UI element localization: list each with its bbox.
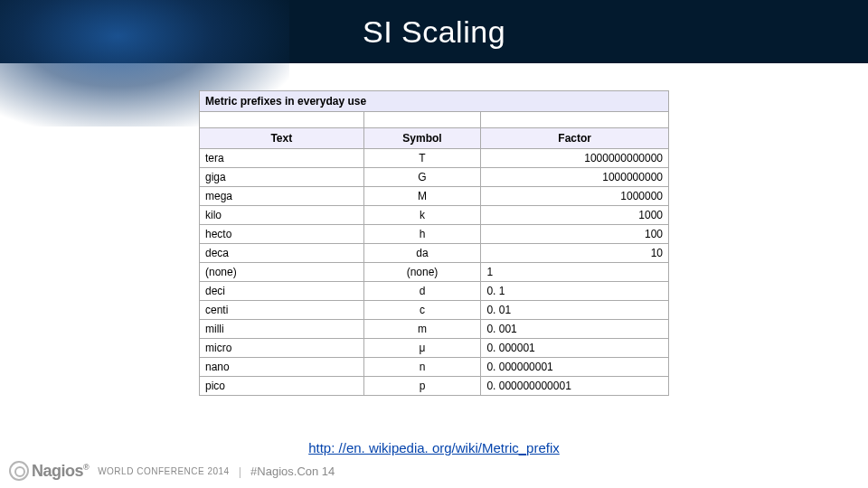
cell-factor: 1000 — [481, 206, 669, 225]
table-caption-row: Metric prefixes in everyday use — [200, 91, 669, 112]
cell-symbol: h — [363, 225, 481, 244]
cell-symbol: m — [363, 320, 481, 339]
cell-factor: 0. 1 — [481, 282, 669, 301]
cell-factor: 0. 000000000001 — [481, 377, 669, 396]
cell-factor: 1000000000 — [481, 168, 669, 187]
cell-text: milli — [200, 320, 364, 339]
table-row: millim0. 001 — [200, 320, 669, 339]
cell-text: deca — [200, 244, 364, 263]
table-row: centic0. 01 — [200, 301, 669, 320]
cell-symbol: k — [363, 206, 481, 225]
brand-name: Nagios — [32, 462, 83, 480]
table-row: decada10 — [200, 244, 669, 263]
cell-text: hecto — [200, 225, 364, 244]
gear-icon — [9, 461, 29, 481]
cell-symbol: c — [363, 301, 481, 320]
si-table-container: Metric prefixes in everyday use Text Sym… — [199, 90, 669, 396]
cell-factor: 1000000000000 — [481, 149, 669, 168]
cell-factor: 1 — [481, 263, 669, 282]
source-link-line: http: //en. wikipedia. org/wiki/Metric_p… — [0, 440, 868, 455]
title-band: SI Scaling — [0, 0, 868, 63]
cell-text: mega — [200, 187, 364, 206]
table-row: megaM1000000 — [200, 187, 669, 206]
nagios-logo: Nagios® — [9, 461, 89, 481]
conference-text: WORLD CONFERENCE 2014 — [98, 466, 230, 476]
cell-symbol: p — [363, 377, 481, 396]
cell-symbol: d — [363, 282, 481, 301]
cell-text: pico — [200, 377, 364, 396]
table-row: microμ0. 000001 — [200, 339, 669, 358]
header-symbol: Symbol — [363, 128, 481, 149]
cell-text: deci — [200, 282, 364, 301]
header-text: Text — [200, 128, 364, 149]
registered-mark: ® — [83, 463, 89, 472]
cell-text: nano — [200, 358, 364, 377]
cell-factor: 0. 000000001 — [481, 358, 669, 377]
slide-title: SI Scaling — [363, 14, 505, 50]
source-link[interactable]: http: //en. wikipedia. org/wiki/Metric_p… — [308, 440, 560, 455]
cell-symbol: T — [363, 149, 481, 168]
table-row: nanon0. 000000001 — [200, 358, 669, 377]
table-row: gigaG1000000000 — [200, 168, 669, 187]
table-spacer-row — [200, 112, 669, 128]
brand-text: Nagios® — [32, 462, 89, 481]
cell-symbol: G — [363, 168, 481, 187]
cell-factor: 1000000 — [481, 187, 669, 206]
hashtag: #Nagios.Con 14 — [250, 465, 335, 478]
cell-factor: 100 — [481, 225, 669, 244]
divider: | — [239, 465, 241, 478]
cell-factor: 0. 01 — [481, 301, 669, 320]
cell-text: kilo — [200, 206, 364, 225]
header-factor: Factor — [481, 128, 669, 149]
table-row: hectoh100 — [200, 225, 669, 244]
slide: SI Scaling Metric prefixes in everyday u… — [0, 0, 868, 488]
table-row: (none)(none)1 — [200, 263, 669, 282]
cell-text: micro — [200, 339, 364, 358]
cell-text: tera — [200, 149, 364, 168]
table-caption: Metric prefixes in everyday use — [200, 91, 669, 112]
table-row: decid0. 1 — [200, 282, 669, 301]
table-header-row: Text Symbol Factor — [200, 128, 669, 149]
cell-factor: 0. 000001 — [481, 339, 669, 358]
cell-text: centi — [200, 301, 364, 320]
table-row: teraT1000000000000 — [200, 149, 669, 168]
cell-text: giga — [200, 168, 364, 187]
cell-symbol: (none) — [363, 263, 481, 282]
table-row: kilok1000 — [200, 206, 669, 225]
cell-symbol: n — [363, 358, 481, 377]
cell-text: (none) — [200, 263, 364, 282]
cell-symbol: da — [363, 244, 481, 263]
footer: Nagios® WORLD CONFERENCE 2014 | #Nagios.… — [9, 461, 335, 481]
cell-symbol: M — [363, 187, 481, 206]
cell-factor: 10 — [481, 244, 669, 263]
cell-symbol: μ — [363, 339, 481, 358]
cell-factor: 0. 001 — [481, 320, 669, 339]
table-row: picop0. 000000000001 — [200, 377, 669, 396]
si-prefix-table: Metric prefixes in everyday use Text Sym… — [199, 90, 669, 396]
